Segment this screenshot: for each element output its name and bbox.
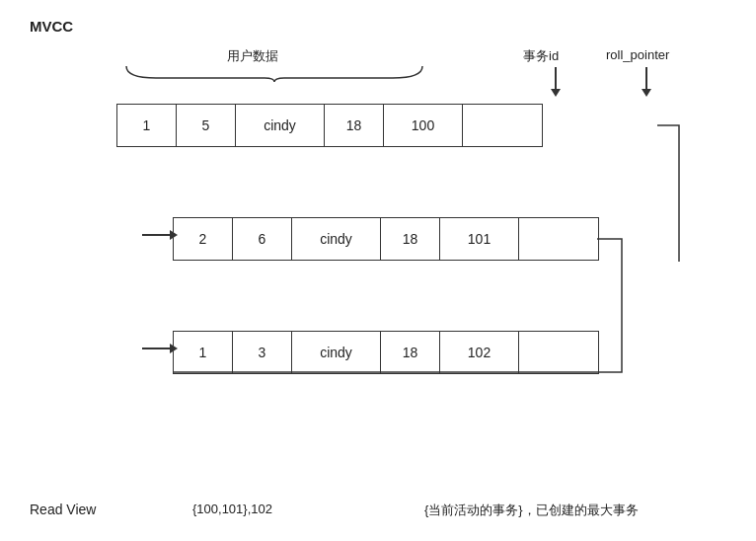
readview-value2: {当前活动的事务}，已创建的最大事务: [424, 502, 639, 519]
row3-cell-5: [519, 332, 598, 373]
row1-cell-3: 18: [325, 105, 384, 146]
label-userdata: 用户数据: [227, 47, 278, 65]
row3-cell-2: cindy: [292, 332, 381, 373]
trxid-arrow: [551, 67, 561, 97]
label-trxid: 事务id: [523, 47, 559, 65]
row2-cell-5: [519, 218, 598, 260]
row2: 26cindy18101: [173, 217, 599, 261]
readview-label: Read View: [30, 502, 96, 517]
row1-cell-5: [463, 105, 542, 146]
row3: 13cindy18102: [173, 331, 599, 374]
row1: 15cindy18100: [116, 104, 543, 147]
row3-cell-1: 3: [233, 332, 292, 373]
row1-cell-0: 1: [117, 105, 177, 146]
row3-cell-0: 1: [174, 332, 233, 373]
row2-cell-2: cindy: [292, 218, 381, 260]
row2-cell-1: 6: [233, 218, 292, 260]
row1-cell-1: 5: [177, 105, 236, 146]
label-rollptr: roll_pointer: [606, 47, 669, 62]
row2-cell-3: 18: [381, 218, 440, 260]
row3-cell-3: 18: [381, 332, 440, 373]
brace-userdata: [116, 64, 432, 82]
row2-cell-4: 101: [440, 218, 519, 260]
row2-cell-0: 2: [174, 218, 233, 260]
rollptr-arrow: [642, 67, 651, 97]
page-title: MVCC: [30, 18, 73, 35]
readview-value1: {100,101},102: [192, 502, 272, 516]
row1-cell-2: cindy: [236, 105, 325, 146]
row1-cell-4: 100: [384, 105, 463, 146]
row3-cell-4: 102: [440, 332, 519, 373]
